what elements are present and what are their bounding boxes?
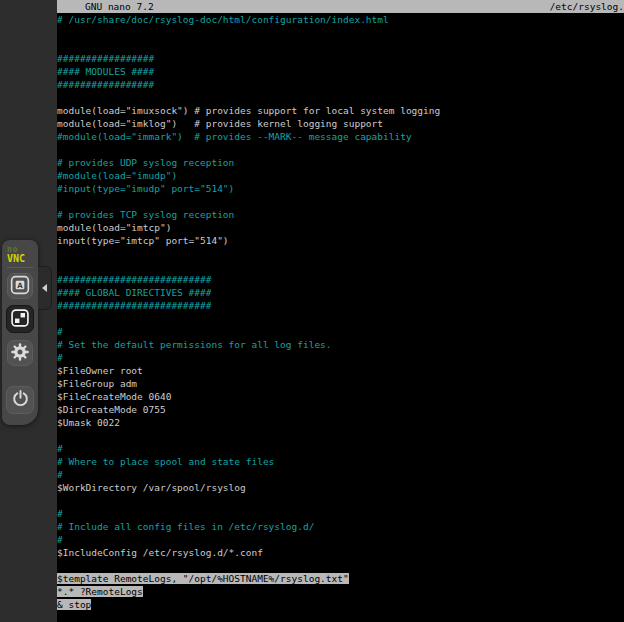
config-line: # Where to place spool and state files bbox=[57, 455, 624, 468]
config-line: $FileGroup adm bbox=[57, 377, 624, 390]
novnc-logo: no VNC bbox=[7, 240, 33, 263]
config-line: $DirCreateMode 0755 bbox=[57, 403, 624, 416]
config-line: $Umask 0022 bbox=[57, 416, 624, 429]
fullscreen-button[interactable] bbox=[6, 305, 34, 333]
config-line bbox=[57, 143, 624, 156]
disconnect-button[interactable] bbox=[6, 386, 34, 414]
config-line bbox=[57, 26, 624, 39]
config-line: $FileCreateMode 0640 bbox=[57, 390, 624, 403]
config-line: #module(load="immark") # provides --MARK… bbox=[57, 130, 624, 143]
settings-button[interactable] bbox=[7, 340, 33, 366]
config-line: # bbox=[57, 325, 624, 338]
novnc-logo-vnc: VNC bbox=[7, 254, 33, 263]
config-line: # /usr/share/doc/rsyslog-doc/html/config… bbox=[57, 13, 624, 26]
config-line: #### GLOBAL DIRECTIVES #### bbox=[57, 286, 624, 299]
nano-titlebar: GNU nano 7.2 /etc/rsyslog. bbox=[57, 0, 624, 13]
config-line: # bbox=[57, 468, 624, 481]
nano-filename-label: /etc/rsyslog. bbox=[550, 0, 624, 13]
config-line: ########################### bbox=[57, 299, 624, 312]
nano-buffer: # /usr/share/doc/rsyslog-doc/html/config… bbox=[57, 13, 624, 611]
config-line bbox=[57, 312, 624, 325]
config-line: # provides TCP syslog reception bbox=[57, 208, 624, 221]
config-line: # bbox=[57, 351, 624, 364]
chevron-left-icon bbox=[42, 284, 47, 292]
config-line: module(load="imuxsock") # provides suppo… bbox=[57, 104, 624, 117]
config-line: module(load="imtcp") bbox=[57, 221, 624, 234]
config-line bbox=[57, 39, 624, 52]
config-line bbox=[57, 195, 624, 208]
power-icon bbox=[11, 389, 30, 411]
nano-version-label: GNU nano 7.2 bbox=[85, 0, 154, 13]
config-line: $WorkDirectory /var/spool/rsyslog bbox=[57, 481, 624, 494]
config-line: $template RemoteLogs, "/opt/%HOSTNAME%/r… bbox=[57, 572, 624, 585]
config-line bbox=[57, 247, 624, 260]
nano-terminal[interactable]: GNU nano 7.2 /etc/rsyslog. # /usr/share/… bbox=[57, 0, 624, 622]
config-line bbox=[57, 429, 624, 442]
config-line bbox=[57, 494, 624, 507]
novnc-control-bar: no VNC A bbox=[2, 240, 38, 425]
config-line: # bbox=[57, 442, 624, 455]
config-line: #### MODULES #### bbox=[57, 65, 624, 78]
config-line: #module(load="imudp") bbox=[57, 169, 624, 182]
config-line bbox=[57, 91, 624, 104]
config-line: $FileOwner root bbox=[57, 364, 624, 377]
extra-keys-button[interactable]: A bbox=[7, 273, 33, 299]
config-line: & stop bbox=[57, 598, 624, 611]
config-line: # Include all config files in /etc/rsysl… bbox=[57, 520, 624, 533]
config-line: ################# bbox=[57, 78, 624, 91]
config-line: input(type="imtcp" port="514") bbox=[57, 234, 624, 247]
control-bar-divider bbox=[7, 267, 33, 268]
gear-icon bbox=[10, 342, 30, 365]
config-line bbox=[57, 559, 624, 572]
svg-text:A: A bbox=[17, 280, 23, 289]
config-line: # bbox=[57, 533, 624, 546]
control-bar-handle[interactable] bbox=[38, 266, 52, 310]
config-line: # Set the default permissions for all lo… bbox=[57, 338, 624, 351]
config-line bbox=[57, 260, 624, 273]
config-line: *.* ?RemoteLogs bbox=[57, 585, 624, 598]
keyboard-a-icon: A bbox=[10, 275, 30, 298]
config-line: #input(type="imudp" port="514") bbox=[57, 182, 624, 195]
config-line: $IncludeConfig /etc/rsyslog.d/*.conf bbox=[57, 546, 624, 559]
vnc-screen: GNU nano 7.2 /etc/rsyslog. # /usr/share/… bbox=[0, 0, 624, 622]
config-line: # bbox=[57, 507, 624, 520]
config-line: ########################### bbox=[57, 273, 624, 286]
config-line: module(load="imklog") # provides kernel … bbox=[57, 117, 624, 130]
config-line: ################# bbox=[57, 52, 624, 65]
config-line: # provides UDP syslog reception bbox=[57, 156, 624, 169]
fullscreen-icon bbox=[10, 308, 30, 331]
